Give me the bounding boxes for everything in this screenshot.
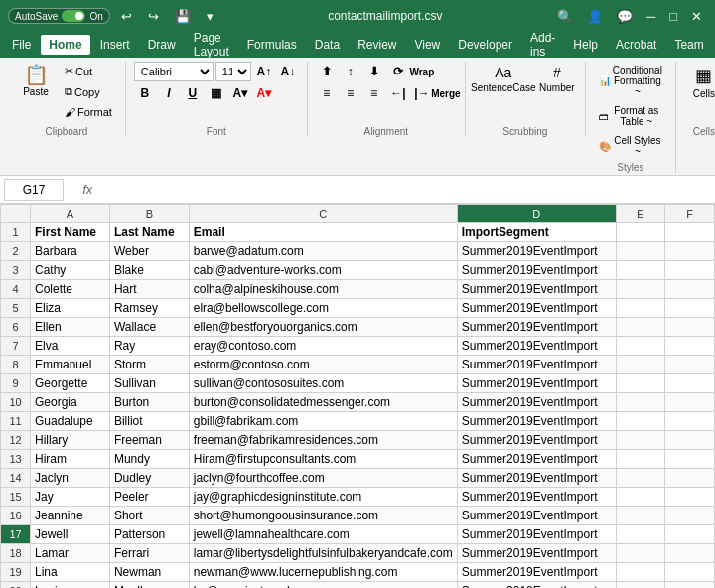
cell-d7[interactable]: Summer2019EventImport [457,337,616,356]
increase-font-button[interactable]: A↑ [253,62,275,81]
cell-c19[interactable]: newman@www.lucernepublishing.com [189,563,457,582]
cell-d11[interactable]: Summer2019EventImport [457,412,616,431]
align-right-button[interactable]: ≡ [363,83,385,103]
col-header-b[interactable]: B [109,205,189,223]
cell-a5[interactable]: Eliza [31,299,110,318]
cell-d17[interactable]: Summer2019EventImport [457,525,616,544]
cell-f20[interactable] [665,582,715,589]
menu-file[interactable]: File [4,35,39,55]
cell-e4[interactable] [616,280,665,299]
cell-c17[interactable]: jewell@lamnahealthcare.com [189,525,457,544]
cell-f6[interactable] [665,318,715,337]
autosave-badge[interactable]: AutoSave On [8,8,110,24]
cell-c20[interactable]: lm@margiestravel.com [189,582,457,589]
menu-acrobat[interactable]: Acrobat [608,35,664,55]
cell-b14[interactable]: Dudley [109,469,189,488]
menu-page-layout[interactable]: Page Layout [186,28,237,62]
cell-f3[interactable] [665,261,715,280]
cell-d15[interactable]: Summer2019EventImport [457,488,616,507]
cell-d4[interactable]: Summer2019EventImport [457,280,616,299]
text-angle-button[interactable]: ⟳ [387,62,409,81]
menu-help[interactable]: Help [565,35,606,55]
cell-e13[interactable] [616,450,665,469]
cell-d14[interactable]: Summer2019EventImport [457,469,616,488]
cell-d13[interactable]: Summer2019EventImport [457,450,616,469]
cell-b3[interactable]: Blake [109,261,189,280]
cell-e11[interactable] [616,412,665,431]
cell-f9[interactable] [665,374,715,393]
copy-button[interactable]: ⧉Copy [60,82,117,101]
cell-reference-input[interactable] [4,179,64,201]
cell-a12[interactable]: Hillary [31,431,110,450]
cell-a16[interactable]: Jeannine [31,507,110,525]
share-button[interactable]: 👤 [582,7,608,26]
cell-e17[interactable] [616,525,665,544]
cell-e20[interactable] [616,582,665,589]
cell-e8[interactable] [616,356,665,374]
cell-d1[interactable]: ImportSegment [457,223,616,242]
cell-c4[interactable]: colha@alpineskihouse.com [189,280,457,299]
format-painter-button[interactable]: 🖌Format [60,103,117,121]
cell-b2[interactable]: Weber [109,242,189,261]
cell-a6[interactable]: Ellen [31,318,110,337]
cell-e14[interactable] [616,469,665,488]
italic-button[interactable]: I [158,83,180,103]
cell-d2[interactable]: Summer2019EventImport [457,242,616,261]
merge-center-button[interactable]: Merge [435,83,457,103]
wrap-text-button[interactable]: Wrap [411,62,433,81]
col-header-a[interactable]: A [31,205,110,223]
cell-a11[interactable]: Guadalupe [31,412,110,431]
font-color-button[interactable]: A▾ [253,83,275,103]
cell-d3[interactable]: Summer2019EventImport [457,261,616,280]
comments-button[interactable]: 💬 [612,7,638,26]
number-format-button[interactable]: # Number [537,62,577,96]
close-button[interactable]: ✕ [686,7,707,26]
cell-c8[interactable]: estorm@contoso.com [189,356,457,374]
cell-a15[interactable]: Jay [31,488,110,507]
cell-b16[interactable]: Short [109,507,189,525]
cell-d20[interactable]: Summer2019EventImport [457,582,616,589]
conditional-formatting-button[interactable]: 📊 Conditional Formatting ~ [594,62,667,100]
cell-a7[interactable]: Elva [31,337,110,356]
cell-e19[interactable] [616,563,665,582]
format-as-table-button[interactable]: 🗃 Format as Table ~ [594,102,667,130]
decrease-indent-button[interactable]: ←| [387,83,409,103]
cell-a18[interactable]: Lamar [31,544,110,563]
cell-a17[interactable]: Jewell [31,525,110,544]
redo-button[interactable]: ↪ [143,7,164,26]
cell-c6[interactable]: ellen@bestforyouorganics.com [189,318,457,337]
cell-f4[interactable] [665,280,715,299]
cell-c18[interactable]: lamar@libertysdelightfulsinfulbakeryandc… [189,544,457,563]
search-title-button[interactable]: 🔍 [552,7,578,26]
cell-b6[interactable]: Wallace [109,318,189,337]
cell-b1[interactable]: Last Name [109,223,189,242]
cell-a9[interactable]: Georgette [31,374,110,393]
cell-c2[interactable]: barwe@adatum.com [189,242,457,261]
cell-d10[interactable]: Summer2019EventImport [457,393,616,412]
decrease-font-button[interactable]: A↓ [277,62,299,81]
cell-c15[interactable]: jay@graphicdesigninstitute.com [189,488,457,507]
cell-b7[interactable]: Ray [109,337,189,356]
cell-c13[interactable]: Hiram@firstupconsultants.com [189,450,457,469]
cell-e3[interactable] [616,261,665,280]
cell-e6[interactable] [616,318,665,337]
cell-styles-button[interactable]: 🎨 Cell Styles ~ [594,132,667,160]
cell-e2[interactable] [616,242,665,261]
cell-b12[interactable]: Freeman [109,431,189,450]
maximize-button[interactable]: □ [664,7,682,26]
cell-d8[interactable]: Summer2019EventImport [457,356,616,374]
border-button[interactable]: ▦ [206,83,227,103]
align-center-button[interactable]: ≡ [340,83,361,103]
cell-b17[interactable]: Patterson [109,525,189,544]
underline-button[interactable]: U [182,83,204,103]
cell-c3[interactable]: cabl@adventure-works.com [189,261,457,280]
paste-button[interactable]: 📋 Paste [16,62,56,100]
cell-b9[interactable]: Sullivan [109,374,189,393]
menu-addins[interactable]: Add-ins [522,28,563,62]
formula-input[interactable] [100,179,711,201]
cell-b13[interactable]: Mundy [109,450,189,469]
cell-a1[interactable]: First Name [31,223,110,242]
cell-e7[interactable] [616,337,665,356]
cell-a2[interactable]: Barbara [31,242,110,261]
cell-f12[interactable] [665,431,715,450]
